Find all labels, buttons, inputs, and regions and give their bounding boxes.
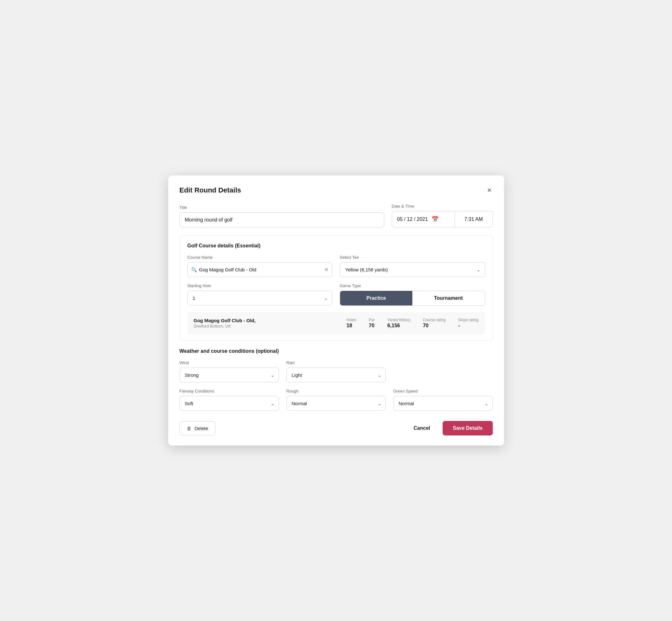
delete-label: Delete <box>195 426 208 431</box>
course-info-name: Gog Magog Golf Club - Old, <box>194 318 347 323</box>
time-input[interactable]: 7:31 AM <box>455 211 493 227</box>
slope-rating-label: Slope rating <box>458 318 478 322</box>
green-speed-select-wrap: SlowNormalFast ⌄ <box>393 396 493 411</box>
course-name-input[interactable] <box>187 262 333 277</box>
starting-hole-gametype-row: Starting Hole 1234 5678 910 ⌄ Game Type … <box>187 283 485 306</box>
green-speed-select[interactable]: SlowNormalFast <box>393 396 493 411</box>
top-fields: Title Date & Time 05 / 12 / 2021 📅 7:31 … <box>179 204 493 227</box>
game-type-label: Game Type <box>340 283 485 288</box>
fairway-select[interactable]: SoftNormalHard <box>179 396 279 411</box>
weather-section-title: Weather and course conditions (optional) <box>179 348 493 354</box>
datetime-label: Date & Time <box>392 204 493 209</box>
course-rating-value: 70 <box>423 323 428 329</box>
time-value: 7:31 AM <box>464 216 483 222</box>
course-info-box: Gog Magog Golf Club - Old, Shelford Bott… <box>187 312 485 334</box>
wind-label: Wind <box>179 360 279 365</box>
starting-hole-group: Starting Hole 1234 5678 910 ⌄ <box>187 283 333 306</box>
save-button[interactable]: Save Details <box>443 421 493 436</box>
date-value: 05 / 12 / 2021 <box>397 216 428 222</box>
clear-course-button[interactable]: ✕ <box>324 266 328 273</box>
course-tee-row: Course Name 🔍 ✕ Select Tee Yellow (6,156… <box>187 255 485 277</box>
cancel-button[interactable]: Cancel <box>407 421 436 435</box>
title-label: Title <box>179 205 384 210</box>
edit-round-modal: Edit Round Details × Title Date & Time 0… <box>168 175 504 446</box>
rain-label: Rain <box>287 360 386 365</box>
select-tee-group: Select Tee Yellow (6,156 yards) White Re… <box>340 255 485 277</box>
course-search-wrap: 🔍 ✕ <box>187 262 333 277</box>
course-rating-stat: Course rating 70 <box>423 318 446 329</box>
modal-footer: 🗑 Delete Cancel Save Details <box>179 418 493 436</box>
close-button[interactable]: × <box>486 185 493 195</box>
date-input[interactable]: 05 / 12 / 2021 📅 <box>392 211 455 227</box>
search-icon: 🔍 <box>191 267 197 273</box>
wind-select[interactable]: CalmLightModerateStrongVery Strong <box>179 368 279 382</box>
fairway-group: Fairway Conditions SoftNormalHard ⌄ <box>179 389 279 411</box>
rain-select[interactable]: NoneLightModerateHeavy <box>287 368 386 382</box>
holes-label: Holes <box>346 318 356 322</box>
slope-rating-stat: Slope rating - <box>458 318 478 329</box>
slope-rating-value: - <box>458 323 460 329</box>
holes-stat: Holes 18 <box>346 318 356 329</box>
weather-section: Weather and course conditions (optional)… <box>179 348 493 411</box>
rough-select-wrap: ShortNormalLong ⌄ <box>287 396 386 411</box>
wind-rain-row: Wind CalmLightModerateStrongVery Strong … <box>179 360 493 382</box>
holes-value: 18 <box>346 323 352 329</box>
course-name-group: Course Name 🔍 ✕ <box>187 255 333 277</box>
fairway-label: Fairway Conditions <box>179 389 279 394</box>
rain-group: Rain NoneLightModerateHeavy ⌄ <box>287 360 386 382</box>
datetime-field-group: Date & Time 05 / 12 / 2021 📅 7:31 AM <box>392 204 493 227</box>
golf-course-section: Golf Course details (Essential) Course N… <box>179 235 493 341</box>
trash-icon: 🗑 <box>187 426 192 431</box>
rough-select[interactable]: ShortNormalLong <box>287 396 386 411</box>
footer-right: Cancel Save Details <box>407 421 493 436</box>
par-stat: Par 70 <box>369 318 375 329</box>
yards-stat: Yards(Yellow) 6,156 <box>387 318 411 329</box>
game-type-toggle: Practice Tournament <box>340 291 485 306</box>
wind-group: Wind CalmLightModerateStrongVery Strong … <box>179 360 279 382</box>
delete-button[interactable]: 🗑 Delete <box>179 421 215 436</box>
starting-hole-select-wrap: 1234 5678 910 ⌄ <box>187 291 333 305</box>
tournament-button[interactable]: Tournament <box>412 291 485 305</box>
modal-header: Edit Round Details × <box>179 185 493 195</box>
course-rating-label: Course rating <box>423 318 446 322</box>
course-name-label: Course Name <box>187 255 333 260</box>
course-stats: Holes 18 Par 70 Yards(Yellow) 6,156 Cour… <box>346 318 478 329</box>
wind-select-wrap: CalmLightModerateStrongVery Strong ⌄ <box>179 368 279 382</box>
yards-value: 6,156 <box>387 323 400 329</box>
par-label: Par <box>369 318 375 322</box>
game-type-group: Game Type Practice Tournament <box>340 283 485 306</box>
spacer <box>393 360 493 382</box>
select-tee-label: Select Tee <box>340 255 485 260</box>
course-info-location: Shelford Bottom, UK <box>194 324 347 329</box>
title-field-group: Title <box>179 205 384 227</box>
fairway-rough-green-row: Fairway Conditions SoftNormalHard ⌄ Roug… <box>179 389 493 411</box>
rough-group: Rough ShortNormalLong ⌄ <box>287 389 386 411</box>
rain-select-wrap: NoneLightModerateHeavy ⌄ <box>287 368 386 382</box>
modal-title: Edit Round Details <box>179 186 241 194</box>
fairway-select-wrap: SoftNormalHard ⌄ <box>179 396 279 411</box>
tee-select-wrap: Yellow (6,156 yards) White Red ⌄ <box>340 262 485 277</box>
green-speed-label: Green Speed <box>393 389 493 394</box>
calendar-icon: 📅 <box>432 216 438 223</box>
tee-select[interactable]: Yellow (6,156 yards) White Red <box>340 262 485 277</box>
golf-course-title: Golf Course details (Essential) <box>187 243 485 249</box>
starting-hole-label: Starting Hole <box>187 283 333 288</box>
course-info-left: Gog Magog Golf Club - Old, Shelford Bott… <box>194 318 347 329</box>
yards-label: Yards(Yellow) <box>387 318 411 322</box>
starting-hole-select[interactable]: 1234 5678 910 <box>187 291 333 305</box>
rough-label: Rough <box>287 389 386 394</box>
title-input[interactable] <box>179 212 384 227</box>
green-speed-group: Green Speed SlowNormalFast ⌄ <box>393 389 493 411</box>
practice-button[interactable]: Practice <box>340 291 412 305</box>
par-value: 70 <box>369 323 375 329</box>
datetime-wrap: 05 / 12 / 2021 📅 7:31 AM <box>392 211 493 227</box>
